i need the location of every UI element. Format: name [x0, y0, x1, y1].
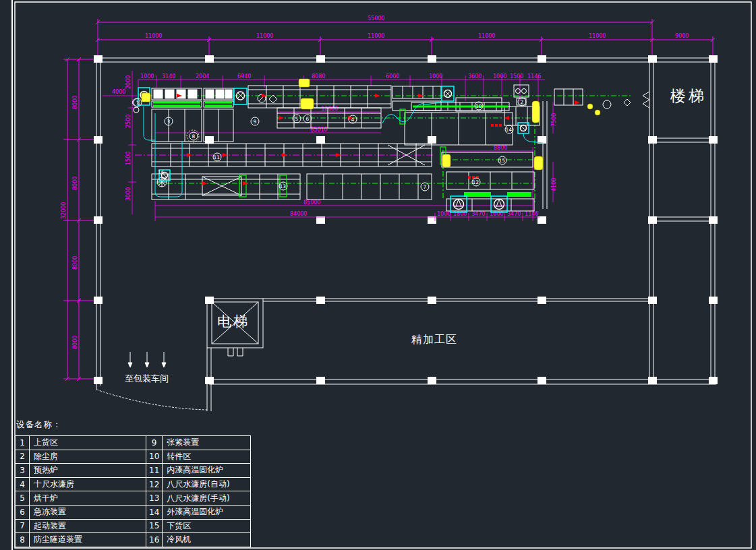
dim: 3470 [471, 211, 485, 217]
svg-text:6: 6 [306, 116, 310, 122]
dim: 8800 [494, 145, 507, 151]
dim: 1000 [437, 211, 450, 217]
dim-top-seg: 11000 [145, 33, 162, 39]
dim: 4000 [112, 89, 125, 95]
column-grid [94, 55, 718, 384]
svg-text:13: 13 [280, 183, 287, 189]
svg-text:16: 16 [158, 169, 165, 175]
dim: 4100 [551, 178, 557, 191]
dim: 2004 [196, 73, 209, 80]
dim-left-seg: 8000 [72, 96, 78, 109]
legend-title: 设备名称： [16, 419, 251, 431]
dim: 8080 [312, 73, 325, 80]
dim: 1000 [429, 73, 442, 80]
dim: 3470 [507, 211, 521, 217]
svg-text:2: 2 [521, 99, 524, 105]
fan-icon [442, 86, 454, 101]
exit-spline [96, 390, 207, 410]
equipment-table: 1上货区 9张紧装置 2除尘房 10转件区 3预热炉 11内漆高温固化炉 4十尺… [15, 435, 251, 547]
table-row: 2除尘房 10转件区 [16, 450, 251, 464]
dim-top-seg: 9000 [675, 33, 689, 39]
svg-text:1: 1 [136, 100, 140, 106]
dim: 6000 [386, 73, 399, 80]
dim: 1146 [527, 73, 541, 80]
dim: 7500 [551, 113, 557, 127]
fan-icon [234, 88, 247, 104]
dim-top-seg: 11000 [589, 33, 606, 39]
cad-viewport[interactable]: 55000 11000 11000 11000 11000 11000 9000… [0, 0, 756, 550]
dim: 2500 [125, 115, 132, 128]
dim: 84000 [290, 211, 307, 217]
door-icon [643, 92, 649, 108]
table-row: 8防尘隧道装置 16冷风机 [16, 533, 251, 547]
dim-top-seg: 11000 [256, 33, 273, 39]
table-row: 6急冻装置 14外漆高温固化炉 [16, 505, 251, 519]
svg-text:11: 11 [214, 154, 221, 160]
equipment-legend: 设备名称： 1上货区 9张紧装置 2除尘房 10转件区 3预热炉 11内漆高温固… [15, 419, 251, 547]
dim: 1500 [125, 152, 132, 165]
dim: 3600 [468, 73, 482, 80]
building-walls [96, 58, 716, 390]
dim: 12000 [321, 106, 338, 112]
elevator-label: 电梯 [217, 313, 250, 330]
left-dimensions [63, 57, 96, 381]
dim: 85000 [303, 200, 320, 206]
svg-text:15: 15 [499, 158, 506, 164]
table-row: 3预热炉 11内漆高温固化炉 [16, 464, 251, 478]
elevator-door-icon [228, 348, 243, 356]
table-row: 4十尺水濂房 12八尺水濂房(自动) [16, 477, 251, 491]
dim: 1000 [140, 73, 154, 80]
svg-text:14: 14 [506, 127, 513, 133]
dim-left-seg: 8000 [72, 177, 78, 190]
stairs-label: 楼梯 [670, 87, 707, 104]
svg-text:3: 3 [167, 119, 171, 125]
finishing-area-label: 精加工区 [411, 333, 457, 346]
svg-text:12: 12 [473, 179, 479, 185]
dim: 3000 [125, 187, 132, 201]
dim: 1146 [525, 211, 538, 217]
table-row: 7起动装置 15下货区 [16, 519, 251, 533]
dim: 2000 [125, 75, 132, 89]
table-row: 1上货区 9张紧装置 [16, 436, 251, 450]
dim: 1000 [493, 73, 506, 80]
to-packaging-label: 至包装车间 [125, 373, 169, 384]
svg-text:7: 7 [424, 184, 427, 190]
svg-text:5: 5 [295, 116, 299, 122]
dim-top-seg: 11000 [478, 33, 495, 39]
dim: 1500 [510, 73, 523, 80]
svg-text:10: 10 [475, 103, 482, 109]
dim: 85010 [310, 127, 327, 133]
dim-top-total: 55000 [368, 16, 384, 22]
flow-arrows-to-packaging [128, 352, 166, 367]
dim-left-seg: 8000 [72, 336, 78, 349]
dim-left-total: 32000 [61, 202, 67, 219]
table-row: 5烘干炉 13八尺水濂房(手动) [16, 491, 251, 506]
svg-text:9: 9 [254, 119, 257, 125]
dim: 3140 [162, 73, 175, 80]
dim: 6940 [237, 73, 251, 80]
svg-text:8: 8 [192, 133, 196, 140]
dim-top-seg: 11000 [368, 33, 384, 39]
top-dimensions [96, 19, 715, 57]
conveyor-lines [147, 96, 631, 202]
dim-left-seg: 8000 [72, 256, 78, 270]
svg-text:4: 4 [351, 117, 355, 123]
